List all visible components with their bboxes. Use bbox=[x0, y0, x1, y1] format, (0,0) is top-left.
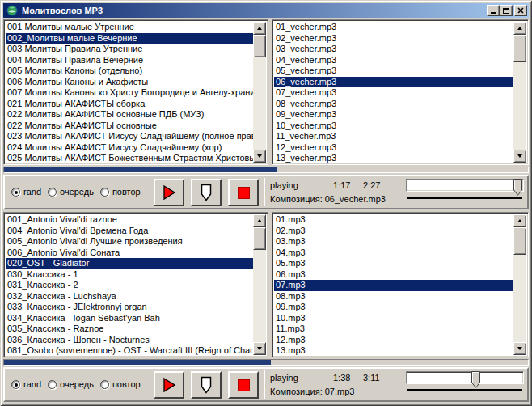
list-item[interactable]: 025 Молитвы АКАФИСТ Божественным Страстя… bbox=[6, 153, 253, 163]
list-item[interactable]: 03_vecher.mp3 bbox=[274, 44, 513, 55]
scroll-up-button[interactable] bbox=[253, 22, 266, 35]
list-item[interactable]: 036_Классика - Шопен - Nocturnes bbox=[6, 335, 253, 346]
list-item[interactable]: 07.mp3 bbox=[274, 280, 513, 291]
list-item[interactable]: 07_vecher.mp3 bbox=[274, 87, 513, 99]
files-listbox-1[interactable]: 01_vecher.mp302_vecher.mp303_vecher.mp30… bbox=[272, 19, 529, 165]
list-item[interactable]: 030_Классика - 1 bbox=[6, 269, 253, 281]
scrollbar-thumb[interactable] bbox=[253, 227, 266, 250]
slider-thumb[interactable] bbox=[471, 371, 480, 388]
list-item[interactable]: 11_vecher.mp3 bbox=[274, 131, 513, 142]
vertical-scrollbar[interactable] bbox=[253, 22, 266, 163]
play-button[interactable] bbox=[154, 179, 184, 206]
list-item[interactable]: 01.mp3 bbox=[274, 214, 513, 226]
list-item[interactable]: 09.mp3 bbox=[274, 302, 513, 313]
radio-option-rand[interactable]: rand bbox=[11, 187, 41, 197]
list-item[interactable]: 007 Молитвы Каноны ко Христу Богородице … bbox=[6, 87, 253, 99]
list-item[interactable]: 006 Молитвы Каноны и Акафисты bbox=[6, 77, 253, 88]
list-item[interactable]: 05.mp3 bbox=[274, 258, 513, 269]
list-item[interactable]: 09_vecher.mp3 bbox=[274, 109, 513, 121]
track-name: 06_vecher.mp3 bbox=[325, 194, 386, 204]
vertical-scrollbar[interactable] bbox=[513, 214, 526, 355]
progress-bar-2[interactable] bbox=[3, 359, 529, 366]
list-item[interactable]: 02.mp3 bbox=[274, 226, 513, 237]
radio-option-повтор[interactable]: повтор bbox=[100, 379, 141, 389]
pause-button[interactable] bbox=[191, 179, 222, 206]
stop-button[interactable] bbox=[228, 179, 259, 206]
vertical-scrollbar[interactable] bbox=[253, 214, 266, 355]
scroll-down-button[interactable] bbox=[513, 342, 526, 355]
list-item[interactable]: 035_Классика - Raznoe bbox=[6, 324, 253, 335]
list-item[interactable]: 031_Классика - 2 bbox=[6, 280, 253, 291]
list-item[interactable]: 022 Молитвы АКАФИСТЫ основные bbox=[6, 121, 253, 132]
stop-button[interactable] bbox=[228, 371, 259, 399]
scroll-up-button[interactable] bbox=[513, 22, 526, 35]
radio-option-rand[interactable]: rand bbox=[11, 379, 41, 389]
list-item[interactable]: 01_vecher.mp3 bbox=[274, 22, 513, 33]
list-item[interactable]: 004 Молитвы Правила Вечерние bbox=[6, 55, 253, 66]
list-item[interactable]: 001_Antonio Vival'di raznoe bbox=[6, 214, 253, 226]
slider-trough[interactable] bbox=[406, 371, 524, 384]
scroll-up-button[interactable] bbox=[253, 214, 266, 227]
list-item[interactable]: 10.mp3 bbox=[274, 313, 513, 324]
radio-option-очередь[interactable]: очередь bbox=[48, 379, 94, 389]
play-button[interactable] bbox=[154, 371, 184, 399]
list-item[interactable]: 005 Молитвы Каноны (отдельно) bbox=[6, 66, 253, 77]
list-item[interactable]: 10_vecher.mp3 bbox=[274, 121, 513, 132]
scrollbar-thumb[interactable] bbox=[253, 35, 266, 57]
scrollbar-thumb[interactable] bbox=[513, 35, 526, 62]
list-item[interactable]: 004_Antonio Vival'di Времена Года bbox=[6, 226, 253, 237]
radio-label: повтор bbox=[112, 379, 141, 389]
radio-label: очередь bbox=[60, 379, 94, 389]
list-item[interactable]: 020_OST - Gladiator bbox=[6, 258, 253, 269]
scrollbar-thumb[interactable] bbox=[513, 227, 526, 255]
categories-listbox-1[interactable]: 001 Молитвы малые Утренние002_Молитвы ма… bbox=[3, 19, 268, 165]
list-item[interactable]: 13_vecher.mp3 bbox=[274, 153, 513, 163]
list-item[interactable]: 05_vecher.mp3 bbox=[274, 66, 513, 77]
volume-slider-2[interactable] bbox=[406, 371, 524, 395]
minimize-button[interactable] bbox=[487, 5, 500, 16]
list-item[interactable]: 12.mp3 bbox=[274, 335, 513, 346]
list-item[interactable]: 034_Классика - Iogan Sebast'yan Bah bbox=[6, 313, 253, 324]
list-item[interactable]: 024 Молитвы АКАФИСТ Иисусу Сладчайшему (… bbox=[6, 142, 253, 154]
list-item[interactable]: 006_Antonio Vival'di Соната bbox=[6, 247, 253, 259]
list-item[interactable]: 04.mp3 bbox=[274, 247, 513, 259]
pause-button[interactable] bbox=[191, 371, 222, 399]
list-item[interactable]: 08.mp3 bbox=[274, 291, 513, 302]
list-item[interactable]: 003 Молитвы Правила Утренние bbox=[6, 44, 253, 55]
maximize-button[interactable] bbox=[500, 5, 513, 16]
progress-bar-1[interactable] bbox=[3, 167, 529, 173]
list-item[interactable]: 06.mp3 bbox=[274, 269, 513, 281]
list-item[interactable]: 04_vecher.mp3 bbox=[274, 55, 513, 66]
list-item[interactable]: 08_vecher.mp3 bbox=[274, 99, 513, 110]
list-item[interactable]: 022 Молитвы АКАФИСТЫ основные ПДБ (МУЗ) bbox=[6, 109, 253, 121]
list-item[interactable]: 12_vecher.mp3 bbox=[274, 142, 513, 154]
list-item[interactable]: 001 Молитвы малые Утренние bbox=[6, 22, 253, 33]
volume-slider-1[interactable] bbox=[406, 179, 524, 203]
radio-option-очередь[interactable]: очередь bbox=[48, 187, 94, 197]
list-item[interactable]: 081_Osobo (sovremennoe) - OST - Warcraft… bbox=[6, 345, 253, 355]
list-item[interactable]: 02_vecher.mp3 bbox=[274, 33, 513, 44]
list-item[interactable]: 03.mp3 bbox=[274, 236, 513, 247]
list-item[interactable]: 023 Молитвы АКАФИСТ Иисусу Сладчайшему (… bbox=[6, 131, 253, 142]
scroll-down-button[interactable] bbox=[253, 150, 266, 163]
categories-listbox-2[interactable]: 001_Antonio Vival'di raznoe004_Antonio V… bbox=[3, 212, 268, 357]
close-button[interactable] bbox=[514, 5, 527, 16]
list-item[interactable]: 032_Классика - Luchshaya bbox=[6, 291, 253, 302]
list-item[interactable]: 13.mp3 bbox=[274, 345, 513, 355]
slider-thumb[interactable] bbox=[513, 179, 522, 196]
list-item[interactable]: 11.mp3 bbox=[274, 324, 513, 335]
list-item[interactable]: 005_Antonio Vival'di Лучшие произведения bbox=[6, 236, 253, 247]
slider-trough[interactable] bbox=[406, 179, 524, 192]
scroll-up-button[interactable] bbox=[513, 214, 526, 227]
list-item[interactable]: 06_vecher.mp3 bbox=[274, 77, 513, 88]
files-listbox-2[interactable]: 01.mp302.mp303.mp304.mp305.mp306.mp307.m… bbox=[272, 212, 529, 357]
list-item[interactable]: 021 Молитвы АКАФИСТЫ сборка bbox=[6, 99, 253, 110]
list-item[interactable]: 033_Классика - JElektronnyj organ bbox=[6, 302, 253, 313]
arrow-down-outline-icon bbox=[201, 184, 212, 201]
title-bar[interactable]: Молитвослов МР3 bbox=[3, 3, 529, 18]
vertical-scrollbar[interactable] bbox=[513, 22, 526, 163]
scroll-down-button[interactable] bbox=[253, 342, 266, 355]
scroll-down-button[interactable] bbox=[513, 150, 526, 163]
radio-option-повтор[interactable]: повтор bbox=[100, 187, 141, 197]
list-item[interactable]: 002_Молитвы малые Вечерние bbox=[6, 33, 253, 44]
